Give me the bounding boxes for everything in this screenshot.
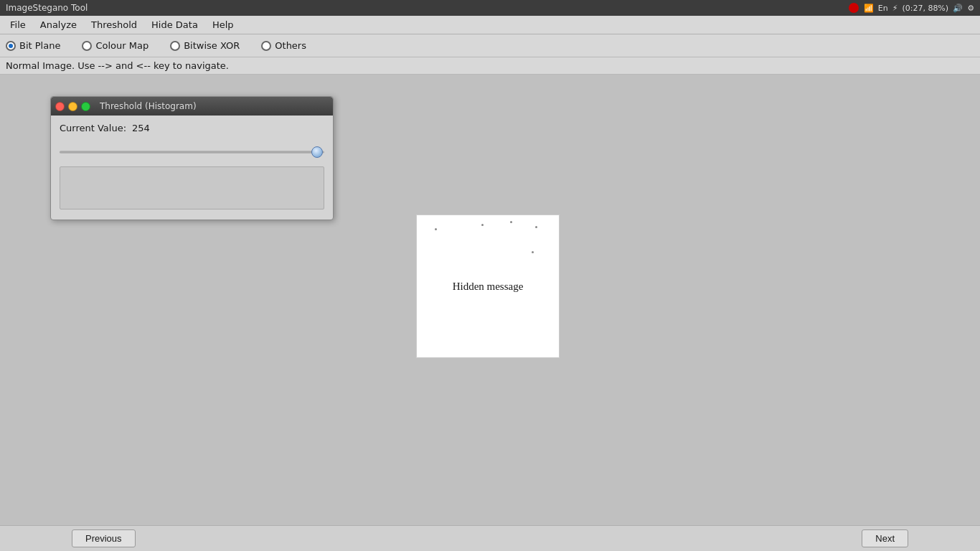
- dot: [435, 228, 437, 230]
- radiobar: Bit Plane Colour Map Bitwise XOR Others: [0, 34, 980, 57]
- slider-thumb[interactable]: [311, 146, 323, 158]
- histogram-area: [60, 166, 324, 209]
- radio-bit-plane[interactable]: Bit Plane: [6, 40, 60, 51]
- dialog-maximize-button[interactable]: [81, 102, 90, 111]
- app-title: ImageStegano Tool: [6, 3, 88, 13]
- window-close-button[interactable]: [849, 3, 859, 13]
- network-icon: En: [878, 4, 888, 13]
- dot: [535, 226, 537, 228]
- next-button[interactable]: Next: [862, 529, 908, 547]
- volume-icon: 🔊: [953, 4, 963, 13]
- wifi-icon: 📶: [864, 4, 874, 13]
- current-value-label: Current Value:: [60, 123, 126, 133]
- current-value: 254: [132, 123, 150, 133]
- menu-file[interactable]: File: [3, 18, 33, 32]
- previous-button[interactable]: Previous: [72, 529, 136, 547]
- bottombar: Previous Next: [0, 525, 980, 551]
- radio-colour-map-circle: [82, 41, 92, 51]
- threshold-dialog-titlebar: Threshold (Histogram): [51, 97, 333, 116]
- threshold-dialog-body: Current Value: 254: [51, 116, 333, 220]
- slider-fill: [60, 151, 316, 154]
- statusbar: Normal Image. Use --> and <-- key to nav…: [0, 57, 980, 75]
- dot: [510, 221, 512, 223]
- radio-bitwise-xor-circle: [170, 41, 180, 51]
- slider-track: [60, 151, 324, 154]
- radio-colour-map[interactable]: Colour Map: [82, 40, 149, 51]
- dot: [481, 224, 484, 226]
- radio-bitwise-xor[interactable]: Bitwise XOR: [170, 40, 240, 51]
- current-value-row: Current Value: 254: [60, 123, 324, 133]
- radio-bit-plane-circle: [6, 41, 16, 51]
- threshold-dialog-title: Threshold (Histogram): [100, 101, 197, 111]
- titlebar: ImageStegano Tool 📶 En ⚡ (0:27, 88%) 🔊 ⚙: [0, 0, 980, 16]
- threshold-slider[interactable]: [60, 145, 324, 159]
- menubar: File Analyze Threshold Hide Data Help: [0, 16, 980, 34]
- dialog-minimize-button[interactable]: [68, 102, 77, 111]
- radio-others-label: Others: [275, 40, 306, 51]
- radio-colour-map-label: Colour Map: [95, 40, 149, 51]
- battery-status: (0:27, 88%): [902, 4, 948, 13]
- settings-icon: ⚙: [967, 4, 974, 13]
- menu-analyze[interactable]: Analyze: [33, 18, 84, 32]
- radio-others-circle: [261, 41, 271, 51]
- image-panel: Hidden message: [416, 215, 560, 358]
- radio-bit-plane-label: Bit Plane: [19, 40, 60, 51]
- dialog-close-button[interactable]: [55, 102, 65, 111]
- close-btn-icon[interactable]: [848, 2, 859, 14]
- radio-others[interactable]: Others: [261, 40, 306, 51]
- main-area: Threshold (Histogram) Current Value: 254: [0, 75, 980, 525]
- radio-bitwise-xor-label: Bitwise XOR: [184, 40, 240, 51]
- hidden-message-text: Hidden message: [453, 281, 524, 293]
- menu-threshold[interactable]: Threshold: [84, 18, 144, 32]
- menu-hide-data[interactable]: Hide Data: [144, 18, 205, 32]
- status-text: Normal Image. Use --> and <-- key to nav…: [6, 60, 229, 71]
- menu-help[interactable]: Help: [205, 18, 241, 32]
- titlebar-right: 📶 En ⚡ (0:27, 88%) 🔊 ⚙: [848, 2, 974, 14]
- threshold-dialog: Threshold (Histogram) Current Value: 254: [50, 96, 334, 220]
- bluetooth-icon: ⚡: [892, 4, 898, 13]
- dot: [532, 251, 534, 253]
